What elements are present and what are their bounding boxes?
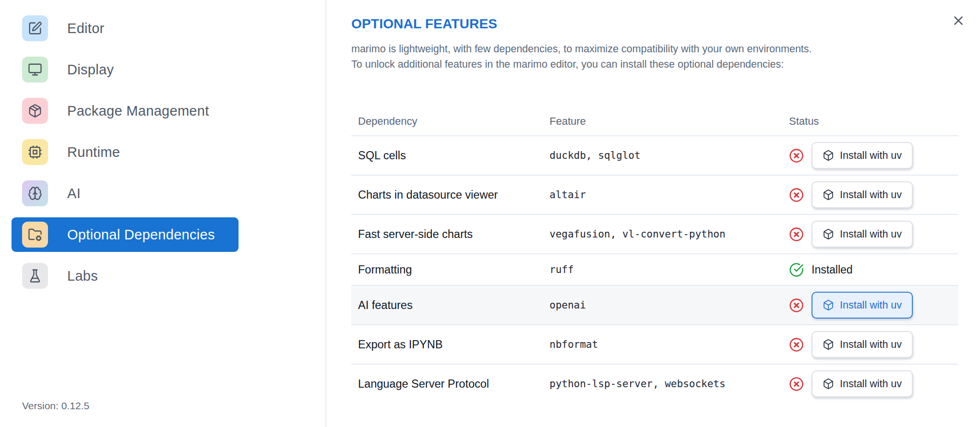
feature-packages: duckdb, sqlglot <box>550 150 789 161</box>
sidebar-item-label: Runtime <box>67 144 120 160</box>
sidebar-item-editor[interactable]: Editor <box>12 11 239 46</box>
box-icon <box>823 378 834 390</box>
install-button-label: Install with uv <box>840 189 902 201</box>
sidebar-item-ai[interactable]: AI <box>12 176 239 211</box>
dependency-name: AI features <box>351 299 550 312</box>
monitor-icon <box>22 57 48 83</box>
install-button-label: Install with uv <box>840 299 902 311</box>
install-with-uv-button[interactable]: Install with uv <box>812 181 913 208</box>
not-installed-icon <box>789 227 804 242</box>
box-icon <box>823 299 834 311</box>
sidebar-item-label: Labs <box>67 268 98 284</box>
dependencies-table: Dependency Feature Status SQL cells duck… <box>351 107 958 403</box>
sidebar-item-display[interactable]: Display <box>12 52 239 87</box>
install-button-label: Install with uv <box>840 150 902 162</box>
not-installed-icon <box>789 337 804 352</box>
version-label: Version: 0.12.5 <box>22 400 89 412</box>
sidebar-item-package-management[interactable]: Package Management <box>12 94 239 128</box>
table-row: AI features openai Install with uv <box>351 285 958 324</box>
feature-packages: openai <box>550 299 789 311</box>
dependency-name: Export as IPYNB <box>351 338 550 351</box>
dependency-name: Formatting <box>351 263 550 276</box>
box-icon <box>823 339 834 350</box>
install-button-label: Install with uv <box>840 228 902 240</box>
box-icon <box>823 150 834 161</box>
column-header-feature: Feature <box>550 115 789 128</box>
settings-sidebar: Editor Display Package Management Runtim… <box>0 0 326 427</box>
cpu-icon <box>22 139 48 165</box>
table-row: Export as IPYNB nbformat Install with uv <box>351 324 958 364</box>
feature-packages: python-lsp-server, websockets <box>550 378 789 390</box>
sidebar-item-label: Package Management <box>67 103 209 119</box>
sidebar-nav: Editor Display Package Management Runtim… <box>12 11 239 300</box>
installed-status-label: Installed <box>812 263 853 276</box>
package-icon <box>22 98 48 124</box>
install-button-label: Install with uv <box>840 339 902 351</box>
table-header: Dependency Feature Status <box>351 107 958 135</box>
table-row: SQL cells duckdb, sqlglot Install with u… <box>351 135 958 175</box>
install-with-uv-button[interactable]: Install with uv <box>812 142 913 169</box>
edit-icon <box>22 15 48 41</box>
install-with-uv-button[interactable]: Install with uv <box>812 370 913 397</box>
table-row: Fast server-side charts vegafusion, vl-c… <box>351 214 958 253</box>
sidebar-item-optional-dependencies[interactable]: Optional Dependencies <box>12 217 239 252</box>
sidebar-item-label: Display <box>67 62 114 78</box>
table-row: Formatting ruff Installed <box>351 253 958 285</box>
panel-description: marimo is lightweight, with few dependen… <box>351 42 958 72</box>
column-header-dependency: Dependency <box>351 115 550 128</box>
not-installed-icon <box>789 377 804 391</box>
column-header-status: Status <box>789 115 958 128</box>
feature-packages: ruff <box>550 264 789 275</box>
brain-icon <box>22 180 48 206</box>
description-line: To unlock additional features in the mar… <box>351 57 958 72</box>
installed-check-icon <box>789 262 804 277</box>
dependency-name: Charts in datasource viewer <box>351 189 550 202</box>
install-with-uv-button[interactable]: Install with uv <box>812 331 913 358</box>
flask-icon <box>22 263 48 289</box>
sidebar-item-label: Optional Dependencies <box>67 227 215 243</box>
dependency-name: Language Server Protocol <box>351 378 550 391</box>
page-title: OPTIONAL FEATURES <box>351 16 958 32</box>
settings-dialog: Editor Display Package Management Runtim… <box>0 0 980 427</box>
feature-packages: vegafusion, vl-convert-python <box>550 228 789 240</box>
install-button-label: Install with uv <box>840 378 902 390</box>
install-with-uv-button[interactable]: Install with uv <box>812 292 913 319</box>
not-installed-icon <box>789 148 804 163</box>
folder-cog-icon <box>22 222 48 248</box>
sidebar-item-runtime[interactable]: Runtime <box>12 135 239 169</box>
table-row: Charts in datasource viewer altair Insta… <box>351 175 958 214</box>
box-icon <box>823 228 834 240</box>
not-installed-icon <box>789 298 804 313</box>
sidebar-item-label: AI <box>67 186 81 202</box>
dependency-name: Fast server-side charts <box>351 228 550 241</box>
box-icon <box>823 189 834 201</box>
close-icon[interactable] <box>948 11 968 31</box>
sidebar-item-labs[interactable]: Labs <box>12 259 239 293</box>
description-line: marimo is lightweight, with few dependen… <box>351 42 958 57</box>
feature-packages: altair <box>550 189 789 201</box>
table-row: Language Server Protocol python-lsp-serv… <box>351 364 958 403</box>
not-installed-icon <box>789 188 804 202</box>
dependency-name: SQL cells <box>351 149 550 162</box>
optional-features-panel: OPTIONAL FEATURES marimo is lightweight,… <box>327 0 980 427</box>
sidebar-item-label: Editor <box>67 21 105 36</box>
feature-packages: nbformat <box>550 339 789 350</box>
install-with-uv-button[interactable]: Install with uv <box>812 221 913 248</box>
